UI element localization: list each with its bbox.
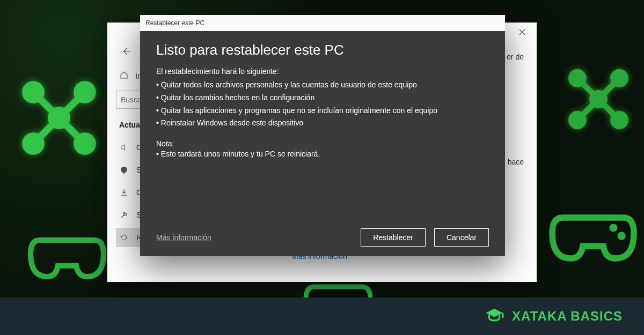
shield-icon [119, 166, 129, 174]
dialog-bullet: Reinstalar Windows desde este dispositiv… [156, 117, 489, 130]
dialog-lead: El restablecimiento hará lo siguiente: [156, 67, 489, 76]
dialog-bullet: Quitar todos los archivos personales y l… [156, 79, 489, 92]
dialog-bullet-list: Quitar todos los archivos personales y l… [156, 79, 489, 130]
reset-pc-dialog: Restablecer este PC Listo para restablec… [140, 15, 505, 256]
delivery-icon [119, 143, 129, 152]
arrow-left-icon [121, 47, 131, 56]
dialog-heading: Listo para restablecer este PC [156, 42, 489, 58]
wallpaper-glyph [564, 64, 633, 134]
svg-point-9 [571, 72, 583, 84]
svg-point-13 [592, 93, 604, 105]
wallpaper-glyph [16, 75, 102, 161]
svg-point-14 [609, 224, 617, 232]
dialog-bullet: Quitar los cambios hechos en la configur… [156, 92, 489, 105]
dialog-window-title: Restablecer este PC [145, 19, 204, 27]
svg-point-12 [613, 114, 625, 126]
dialog-note-bullet: Esto tardará unos minutos y tu PC se rei… [156, 148, 489, 161]
svg-point-11 [571, 114, 583, 126]
backup-icon [119, 188, 129, 197]
dialog-titlebar: Restablecer este PC [140, 15, 505, 31]
brand-text: XATAKA BASICS [512, 309, 623, 324]
more-info-link[interactable]: Más información [156, 233, 211, 242]
svg-point-3 [77, 85, 93, 100]
dialog-bullet: Quitar las aplicaciones y programas que … [156, 105, 489, 117]
dialog-footer: Más información Restablecer Cancelar [156, 228, 489, 247]
dialog-note-list: Esto tardará unos minutos y tu PC se rei… [156, 148, 489, 161]
svg-point-10 [613, 72, 625, 84]
dialog-note-heading: Nota: [156, 139, 489, 148]
wallpaper-gamepad [21, 204, 113, 295]
svg-point-2 [26, 85, 41, 100]
close-icon [519, 29, 525, 35]
reset-button[interactable]: Restablecer [361, 228, 426, 247]
home-icon [119, 71, 129, 81]
recovery-icon [119, 233, 129, 242]
brand-bar: XATAKA BASICS [0, 297, 644, 335]
svg-point-5 [77, 136, 93, 152]
svg-point-6 [52, 110, 67, 126]
svg-point-4 [26, 136, 41, 152]
cancel-button[interactable]: Cancelar [434, 228, 489, 247]
svg-point-15 [618, 232, 626, 240]
wrench-icon [119, 211, 129, 219]
wallpaper-gamepad [542, 177, 644, 279]
close-button[interactable] [510, 23, 535, 42]
back-button[interactable] [116, 43, 136, 62]
graduation-cap-icon [484, 306, 504, 326]
